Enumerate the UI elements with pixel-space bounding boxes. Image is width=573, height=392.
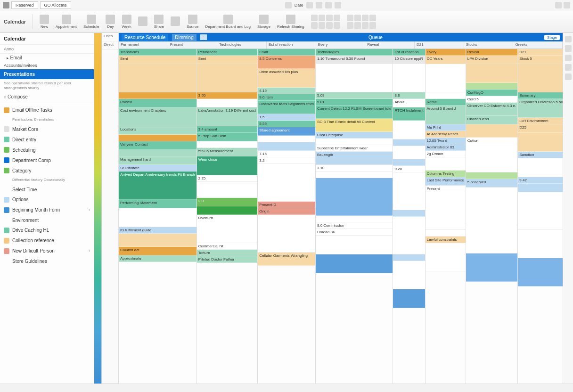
- ribbon-dboard[interactable]: Department Board and Log: [205, 15, 251, 29]
- calendar-event[interactable]: Commercial hit: [197, 243, 258, 250]
- ribbon-mini-icon[interactable]: [362, 22, 368, 29]
- calendar-event[interactable]: [119, 150, 196, 156]
- ribbon-month[interactable]: [138, 16, 147, 26]
- calendar-event[interactable]: [466, 124, 518, 138]
- calendar-event[interactable]: 3.4 amount: [197, 126, 258, 133]
- calendar-event[interactable]: Its fulfillment guide: [119, 227, 196, 234]
- calendar-event[interactable]: Charted lead: [466, 116, 518, 124]
- calendar-event[interactable]: 10 Closure appR: [393, 56, 425, 64]
- calendar-event[interactable]: Cost Enterprise: [316, 132, 393, 139]
- calendar-event[interactable]: Remit!: [426, 99, 466, 106]
- calendar-event[interactable]: [393, 159, 425, 166]
- ribbon-mini-icon[interactable]: [347, 22, 353, 29]
- sidebar-anno[interactable]: Anno: [0, 45, 94, 54]
- ribbon-mini-icon[interactable]: [334, 22, 340, 29]
- sidebar-item[interactable]: Drive Caching HL: [0, 225, 94, 236]
- calendar-event[interactable]: [393, 254, 425, 261]
- title-tab[interactable]: Reserved: [11, 1, 38, 9]
- calendar-event[interactable]: Transforms: [119, 49, 196, 56]
- calendar-event[interactable]: 9.20: [393, 166, 425, 172]
- calendar-event[interactable]: 5 observed: [466, 179, 518, 188]
- ribbon-mini-icon[interactable]: [326, 22, 333, 29]
- calendar-event[interactable]: [393, 121, 425, 139]
- calendar-event[interactable]: Cellular Garments Wrangling: [258, 253, 315, 266]
- sidebar-item[interactable]: Store Guidelines: [0, 256, 94, 266]
- calendar-event[interactable]: [518, 158, 563, 177]
- calendar-event[interactable]: 8.8: [393, 92, 425, 99]
- calendar-event[interactable]: Front: [258, 49, 315, 56]
- calendar-event[interactable]: Me Print: [426, 124, 466, 131]
- sidebar-item[interactable]: Collection reference: [0, 236, 94, 246]
- calendar-event[interactable]: Wear close: [197, 156, 258, 175]
- ribbon-mini-icon[interactable]: [347, 15, 353, 21]
- calendar-event[interactable]: Reveal: [466, 49, 518, 56]
- ribbon-mini-icon[interactable]: [311, 22, 318, 29]
- sidebar-email[interactable]: ▸ Email: [0, 54, 94, 62]
- tool-icon[interactable]: [335, 2, 341, 8]
- rail-icon[interactable]: [565, 36, 572, 42]
- calendar-event[interactable]: [119, 64, 196, 92]
- calendar-event[interactable]: Subscribe Entertainment wear: [316, 145, 393, 152]
- quick-access[interactable]: GO Allocate: [40, 1, 71, 9]
- calendar-event[interactable]: Raised: [119, 99, 196, 107]
- calendar-event[interactable]: 5th 85 Measurement: [197, 148, 258, 156]
- calendar-event[interactable]: Overturn: [197, 215, 258, 243]
- sidebar-accounts[interactable]: Accounts/Invitees: [0, 62, 94, 69]
- sidebar-item[interactable]: Market Core: [0, 124, 94, 134]
- calendar-event[interactable]: About: [393, 99, 425, 107]
- column-header[interactable]: Stocks: [464, 41, 514, 49]
- calendar-grid[interactable]: TransformsSentRaisedCost environment Cha…: [119, 49, 563, 384]
- calendar-event[interactable]: [466, 172, 518, 179]
- calendar-event[interactable]: [393, 172, 425, 210]
- calendar-event[interactable]: Unread 84: [316, 229, 393, 236]
- calendar-event[interactable]: Column act: [119, 247, 196, 255]
- rail-icon[interactable]: [565, 45, 572, 52]
- calendar-event[interactable]: Permanent: [197, 49, 258, 56]
- calendar-event[interactable]: Around 5 Board J: [426, 106, 466, 124]
- ribbon-mini-icon[interactable]: [334, 15, 340, 21]
- calendar-event[interactable]: Val year Contact: [119, 141, 196, 150]
- calendar-event[interactable]: Observer CO Esformat 4.3 n.: [466, 103, 518, 116]
- sidebar-item[interactable]: New Difficult Person›: [0, 246, 94, 256]
- calendar-event[interactable]: Discovered facts Segments from: [258, 101, 315, 114]
- calendar-event[interactable]: [258, 215, 315, 253]
- calendar-event[interactable]: [466, 64, 518, 83]
- calendar-event[interactable]: [393, 210, 425, 217]
- calendar-event[interactable]: [258, 136, 315, 142]
- rail-icon[interactable]: [565, 55, 572, 61]
- calendar-event[interactable]: Cord 5: [466, 96, 518, 103]
- calendar-event[interactable]: [258, 142, 315, 151]
- calendar-event[interactable]: Cotton: [466, 138, 518, 144]
- calendar-event[interactable]: Last Site Performance: [426, 177, 466, 186]
- ribbon-storage[interactable]: Storage: [257, 15, 270, 29]
- calendar-event[interactable]: [466, 144, 518, 172]
- ribbon-share[interactable]: Share: [154, 15, 164, 29]
- column-header[interactable]: Technologies: [217, 41, 267, 49]
- calendar-event[interactable]: [316, 216, 393, 222]
- calendar-event[interactable]: [518, 133, 563, 152]
- calendar-event[interactable]: Sent: [197, 56, 258, 64]
- calendar-event[interactable]: [426, 64, 466, 92]
- calendar-event[interactable]: [518, 192, 563, 230]
- ribbon-day[interactable]: Day: [106, 15, 115, 29]
- calendar-event[interactable]: 9.01: [316, 99, 393, 106]
- calendar-event[interactable]: 2g Dream: [426, 151, 466, 157]
- column-header[interactable]: Every: [316, 41, 366, 49]
- cal-tab-icon[interactable]: [200, 34, 207, 40]
- ribbon-appt[interactable]: Appointment: [56, 15, 77, 29]
- ribbon-options[interactable]: [171, 16, 180, 26]
- calendar-event[interactable]: 3.55: [197, 92, 258, 99]
- ribbon-week[interactable]: Week: [122, 15, 131, 29]
- calendar-event[interactable]: Sent: [119, 56, 196, 64]
- ribbon-source[interactable]: Source: [187, 15, 198, 29]
- calendar-event[interactable]: Cost environment Chapters: [119, 107, 196, 126]
- calendar-event[interactable]: [393, 64, 425, 92]
- calendar-event[interactable]: [426, 92, 466, 99]
- tool-icon[interactable]: [285, 2, 292, 8]
- calendar-event[interactable]: 7.15: [258, 151, 315, 157]
- calendar-event[interactable]: [119, 92, 196, 99]
- calendar-event[interactable]: [466, 225, 518, 253]
- calendar-event[interactable]: [393, 139, 425, 146]
- calendar-event[interactable]: [119, 234, 196, 247]
- calendar-event[interactable]: 3.10: [316, 165, 393, 172]
